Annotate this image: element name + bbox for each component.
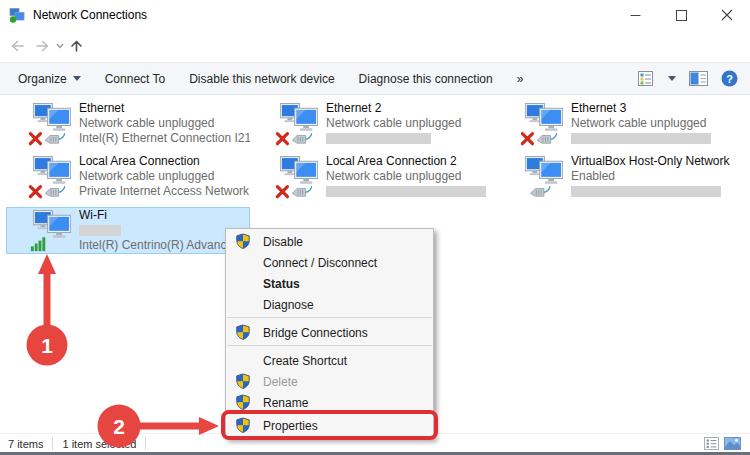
adapter-name: Local Area Connection 2 (326, 154, 486, 169)
menu-item-disable[interactable]: Disable (226, 231, 433, 252)
menu-item-bridge-connections[interactable]: Bridge Connections (226, 322, 433, 343)
recent-pages-chevron-icon[interactable] (56, 43, 64, 49)
statusbar-divider (52, 437, 53, 450)
connect-to-label: Connect To (105, 72, 166, 86)
uac-shield-icon (235, 324, 251, 340)
disable-device-label: Disable this network device (189, 72, 334, 86)
menu-item-create-shortcut[interactable]: Create Shortcut (226, 350, 433, 371)
connect-to-button[interactable]: Connect To (105, 72, 166, 86)
up-icon[interactable] (68, 38, 85, 54)
adapter-tile-ethernet-3[interactable]: Ethernet 3 Network cable unplugged (500, 101, 742, 149)
uac-shield-icon (235, 233, 251, 249)
adapter-name: Local Area Connection (79, 154, 250, 169)
adapter-name: Ethernet 3 (571, 101, 711, 116)
views-caret-icon (668, 76, 676, 81)
menu-separator (227, 345, 432, 346)
help-icon[interactable]: ? (721, 70, 738, 87)
adapter-status: Network cable unplugged (571, 116, 711, 131)
minimize-icon (630, 10, 641, 21)
large-icons-view-icon[interactable] (724, 437, 741, 450)
adapter-tile-local-area-connection-2[interactable]: Local Area Connection 2 Network cable un… (255, 154, 497, 202)
items-count: 7 items (8, 438, 43, 450)
ethernet-unplugged-icon (28, 155, 74, 201)
uac-shield-icon (235, 373, 251, 389)
annotation-highlight-box (221, 410, 438, 440)
adapter-name: Ethernet 2 (326, 101, 461, 116)
uac-shield-icon (235, 394, 251, 410)
network-connections-window: Network Connections « Network and Intern… (0, 0, 750, 455)
redacted-text (79, 225, 121, 236)
adapter-tile-ethernet-2[interactable]: Ethernet 2 Network cable unplugged (255, 101, 497, 149)
ethernet-unplugged-icon (275, 102, 321, 148)
menu-item-delete[interactable]: Delete (226, 371, 433, 392)
ethernet-unplugged-icon (275, 155, 321, 201)
menu-item-label: Bridge Connections (263, 326, 368, 340)
adapter-name: Ethernet (79, 101, 250, 116)
adapter-name: Wi-Fi (79, 208, 249, 223)
window-title: Network Connections (33, 8, 147, 22)
redacted-text (571, 133, 711, 144)
menu-item-label: Connect / Disconnect (263, 256, 377, 270)
menu-item-label: Disable (263, 235, 303, 249)
network-connections-app-icon (9, 7, 25, 23)
adapter-tile-local-area-connection[interactable]: Local Area Connection Network cable unpl… (8, 154, 250, 202)
ethernet-unplugged-icon (520, 102, 566, 148)
minimize-button[interactable] (612, 0, 658, 30)
menu-item-connect-disconnect[interactable]: Connect / Disconnect (226, 252, 433, 273)
adapter-tile-virtualbox[interactable]: VirtualBox Host-Only Network Enabled (500, 154, 742, 202)
adapter-status: Network cable unplugged (79, 169, 250, 184)
command-toolbar: Organize Connect To Disable this network… (0, 62, 750, 95)
menu-item-label: Rename (263, 396, 308, 410)
redacted-text (326, 186, 486, 197)
diagnose-connection-label: Diagnose this connection (359, 72, 493, 86)
menu-item-diagnose[interactable]: Diagnose (226, 294, 433, 315)
adapter-device: Intel(R) Centrino(R) Advanced-N (79, 238, 249, 253)
organize-label: Organize (18, 72, 67, 86)
adapter-device: Private Internet Access Network A... (79, 184, 250, 199)
menu-item-label: Status (263, 277, 300, 291)
redacted-text (571, 186, 721, 197)
adapter-status: Network cable unplugged (79, 116, 250, 131)
preview-pane-icon[interactable] (689, 71, 708, 86)
menu-item-label: Create Shortcut (263, 354, 347, 368)
disable-device-button[interactable]: Disable this network device (189, 72, 334, 86)
views-icon (638, 71, 656, 86)
adapter-status: Network cable unplugged (326, 169, 486, 184)
adapter-name: VirtualBox Host-Only Network (571, 154, 730, 169)
context-menu: Disable Connect / Disconnect Status Diag… (225, 228, 434, 439)
menu-separator (227, 317, 432, 318)
details-view-icon[interactable] (704, 437, 719, 450)
maximize-icon (676, 10, 687, 21)
close-icon (721, 9, 733, 21)
adapter-status: Enabled (571, 169, 730, 184)
organize-caret-icon (73, 76, 81, 81)
organize-button[interactable]: Organize (18, 72, 81, 86)
change-view-button[interactable] (638, 71, 676, 86)
redacted-text (326, 133, 431, 144)
menu-item-status[interactable]: Status (226, 273, 433, 294)
menu-item-label: Diagnose (263, 298, 314, 312)
svg-text:?: ? (726, 73, 733, 85)
statusbar-divider (145, 437, 146, 450)
close-button[interactable] (704, 0, 750, 30)
diagnose-connection-button[interactable]: Diagnose this connection (359, 72, 493, 86)
network-enabled-icon (520, 155, 566, 201)
adapter-device: Intel(R) Ethernet Connection I217... (79, 131, 250, 146)
adapter-tile-ethernet[interactable]: Ethernet Network cable unplugged Intel(R… (8, 101, 250, 149)
ethernet-unplugged-icon (28, 102, 74, 148)
title-bar: Network Connections (0, 0, 750, 30)
back-icon[interactable] (9, 38, 26, 54)
maximize-button[interactable] (658, 0, 704, 30)
menu-item-label: Delete (263, 375, 298, 389)
address-row: « Network and Internet › Network Connect… (0, 30, 750, 62)
selected-count: 1 item selected (62, 438, 136, 450)
adapter-tile-wifi[interactable]: Wi-Fi Intel(R) Centrino(R) Advanced-N (6, 207, 250, 254)
toolbar-overflow-button[interactable]: » (517, 72, 524, 86)
wifi-signal-icon (28, 209, 74, 255)
toolbar-overflow-chevrons: » (517, 72, 524, 86)
adapter-status: Network cable unplugged (326, 116, 461, 131)
forward-icon[interactable] (34, 38, 51, 54)
